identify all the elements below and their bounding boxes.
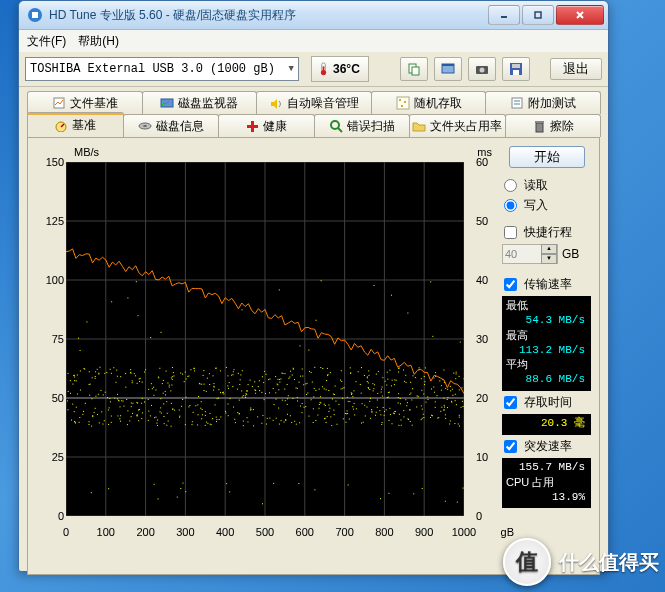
titlebar[interactable]: HD Tune 专业版 5.60 - 硬盘/固态硬盘实用程序 bbox=[19, 1, 608, 30]
thermometer-icon bbox=[320, 62, 327, 76]
file-bench-icon bbox=[52, 96, 66, 110]
svg-point-23 bbox=[401, 105, 403, 107]
svg-rect-24 bbox=[512, 98, 522, 108]
chart-area: MB/s ms 02550751001251500102030405060010… bbox=[36, 146, 496, 546]
write-radio[interactable] bbox=[504, 199, 517, 212]
save-button[interactable] bbox=[502, 57, 530, 81]
x-unit: gB bbox=[501, 526, 514, 538]
tab-disk-monitor[interactable]: 磁盘监视器 bbox=[142, 91, 258, 114]
read-radio[interactable] bbox=[504, 179, 517, 192]
copy-icon bbox=[407, 62, 421, 76]
svg-rect-32 bbox=[247, 125, 258, 128]
svg-line-34 bbox=[338, 128, 342, 132]
camera-icon bbox=[475, 62, 489, 76]
tab-content: MB/s ms 02550751001251500102030405060010… bbox=[27, 137, 600, 575]
tab-random[interactable]: 随机存取 bbox=[371, 91, 487, 114]
svg-rect-12 bbox=[442, 64, 454, 66]
svg-rect-20 bbox=[397, 97, 409, 109]
svg-point-30 bbox=[143, 125, 147, 127]
svg-rect-8 bbox=[323, 66, 325, 72]
svg-point-33 bbox=[331, 121, 339, 129]
tab-file-bench[interactable]: 文件基准 bbox=[27, 91, 143, 114]
temperature-chip[interactable]: 36°C bbox=[311, 56, 369, 82]
read-label: 读取 bbox=[524, 177, 548, 194]
gb-spinner[interactable]: ▲▼ bbox=[502, 244, 558, 264]
tab-extra[interactable]: 附加测试 bbox=[485, 91, 601, 114]
floppy-icon bbox=[509, 62, 523, 76]
watermark-icon: 值 bbox=[503, 538, 551, 586]
y-left-unit: MB/s bbox=[74, 146, 99, 158]
menubar: 文件(F) 帮助(H) bbox=[19, 30, 608, 52]
health-icon bbox=[245, 119, 259, 133]
side-panel: 开始 读取 写入 快捷行程 ▲▼ GB 传输速率 最低 54.3 MB/s 最高… bbox=[502, 146, 591, 566]
errscan-icon bbox=[329, 119, 343, 133]
app-window: HD Tune 专业版 5.60 - 硬盘/固态硬盘实用程序 文件(F) 帮助(… bbox=[18, 0, 609, 572]
close-button[interactable] bbox=[556, 5, 604, 25]
cpu-value: 13.9% bbox=[502, 490, 591, 505]
transfer-rate-label: 传输速率 bbox=[524, 276, 572, 293]
screenshot-button[interactable] bbox=[468, 57, 496, 81]
svg-rect-3 bbox=[535, 12, 541, 18]
transfer-rate-checkbox[interactable] bbox=[504, 278, 517, 291]
benchmark-chart bbox=[66, 162, 464, 516]
minimize-button[interactable] bbox=[488, 5, 520, 25]
disk-monitor-icon bbox=[160, 96, 174, 110]
tab-bench[interactable]: 基准 bbox=[27, 112, 124, 137]
extra-icon bbox=[510, 96, 524, 110]
svg-rect-36 bbox=[535, 121, 544, 123]
erase-icon bbox=[532, 119, 546, 133]
folder-icon bbox=[412, 119, 426, 133]
svg-rect-35 bbox=[536, 123, 543, 132]
shortcut-label: 快捷行程 bbox=[524, 224, 572, 241]
tab-erase[interactable]: 擦除 bbox=[505, 114, 602, 137]
burst-rate-label: 突发速率 bbox=[524, 438, 572, 455]
copy-screenshot-button[interactable] bbox=[434, 57, 462, 81]
watermark-text: 什么值得买 bbox=[559, 549, 659, 576]
random-icon bbox=[396, 96, 410, 110]
window-title: HD Tune 专业版 5.60 - 硬盘/固态硬盘实用程序 bbox=[49, 7, 488, 24]
info-icon bbox=[138, 119, 152, 133]
tab-info[interactable]: 磁盘信息 bbox=[123, 114, 220, 137]
tab-aam[interactable]: 自动噪音管理 bbox=[256, 91, 372, 114]
burst-stats: 155.7 MB/s CPU 占用 13.9% bbox=[502, 458, 591, 509]
tab-container: 文件基准磁盘监视器自动噪音管理随机存取附加测试 基准磁盘信息健康错误扫描文件夹占… bbox=[19, 87, 608, 137]
tab-health[interactable]: 健康 bbox=[218, 114, 315, 137]
aam-icon bbox=[269, 96, 283, 110]
svg-rect-10 bbox=[412, 67, 419, 75]
app-icon bbox=[27, 7, 43, 23]
tab-folder[interactable]: 文件夹占用率 bbox=[409, 114, 506, 137]
svg-point-14 bbox=[480, 68, 485, 73]
svg-point-21 bbox=[399, 99, 401, 101]
svg-rect-17 bbox=[513, 70, 519, 75]
menu-file[interactable]: 文件(F) bbox=[27, 33, 66, 50]
min-value: 54.3 MB/s bbox=[502, 313, 591, 328]
copy-info-button[interactable] bbox=[400, 57, 428, 81]
watermark: 值 什么值得买 bbox=[503, 538, 659, 586]
drive-select[interactable]: TOSHIBA External USB 3.0 (1000 gB) bbox=[25, 57, 299, 81]
burst-rate-checkbox[interactable] bbox=[504, 440, 517, 453]
svg-rect-1 bbox=[32, 12, 38, 18]
bench-icon bbox=[54, 118, 68, 132]
menu-help[interactable]: 帮助(H) bbox=[78, 33, 119, 50]
start-button[interactable]: 开始 bbox=[509, 146, 585, 168]
access-time-checkbox[interactable] bbox=[504, 396, 517, 409]
exit-button[interactable]: 退出 bbox=[550, 58, 602, 80]
toolbar: TOSHIBA External USB 3.0 (1000 gB) 36°C … bbox=[19, 52, 608, 87]
window-copy-icon bbox=[441, 62, 455, 76]
transfer-stats: 最低 54.3 MB/s 最高 113.2 MB/s 平均 88.6 MB/s bbox=[502, 296, 591, 391]
access-value: 20.3 毫 bbox=[502, 416, 591, 431]
maximize-button[interactable] bbox=[522, 5, 554, 25]
gb-unit: GB bbox=[562, 247, 579, 261]
access-time-label: 存取时间 bbox=[524, 394, 572, 411]
svg-point-22 bbox=[404, 101, 406, 103]
access-stats: 20.3 毫 bbox=[502, 414, 591, 435]
svg-rect-16 bbox=[512, 64, 520, 68]
temperature-value: 36°C bbox=[333, 62, 360, 76]
shortcut-checkbox[interactable] bbox=[504, 226, 517, 239]
burst-value: 155.7 MB/s bbox=[502, 460, 591, 475]
avg-value: 88.6 MB/s bbox=[502, 372, 591, 387]
max-value: 113.2 MB/s bbox=[502, 343, 591, 358]
write-label: 写入 bbox=[524, 197, 548, 214]
tab-errscan[interactable]: 错误扫描 bbox=[314, 114, 411, 137]
